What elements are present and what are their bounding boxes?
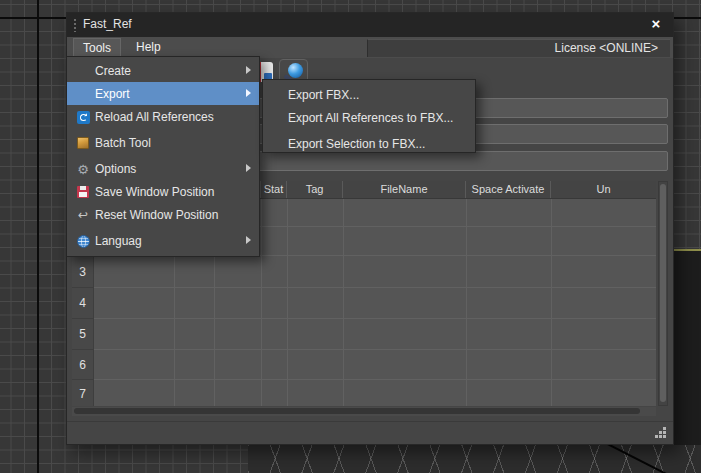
- status-divider: [67, 421, 673, 422]
- row-number[interactable]: 6: [72, 350, 93, 380]
- menu-item-label: Languag: [95, 234, 142, 248]
- grid-line: [551, 199, 552, 406]
- resize-grip[interactable]: [655, 427, 667, 439]
- grid-line: [94, 379, 656, 380]
- globe-icon: [76, 234, 90, 248]
- grid-line: [261, 199, 262, 406]
- menu-item-reload-all-references[interactable]: Reload All References: [67, 105, 259, 128]
- reload-icon: [76, 110, 90, 124]
- vertical-scrollbar-thumb[interactable]: [660, 184, 666, 402]
- menu-item-language[interactable]: Languag: [67, 229, 259, 252]
- menu-separator: [69, 155, 257, 156]
- grid-line: [466, 199, 467, 406]
- submenu-arrow-icon: [246, 66, 251, 74]
- viewport-perspective-grid: [248, 444, 701, 473]
- grid-line: [343, 199, 344, 406]
- magnifier-icon: [288, 63, 303, 78]
- grid-line: [94, 349, 656, 350]
- undo-arrow-icon: ↩: [76, 208, 90, 222]
- screen: Fast_Ref × Tools Help License <ONLINE> S…: [0, 0, 701, 473]
- column-header-filename[interactable]: FileName: [343, 181, 466, 198]
- export-submenu: Export FBX... Export All References to F…: [262, 79, 476, 153]
- column-header-space-activate[interactable]: Space Activate: [466, 181, 551, 198]
- license-status: License <ONLINE>: [367, 39, 670, 57]
- titlebar[interactable]: Fast_Ref ×: [67, 13, 673, 37]
- menu-item-export-fbx[interactable]: Export FBX...: [263, 83, 475, 106]
- menu-item-save-window-position[interactable]: Save Window Position: [67, 180, 259, 203]
- menu-item-batch-tool[interactable]: Batch Tool: [67, 131, 259, 154]
- row-number[interactable]: 4: [72, 288, 93, 319]
- menu-item-label: Reset Window Position: [95, 208, 218, 222]
- menu-item-export[interactable]: Export: [67, 82, 259, 105]
- floppy-disk-icon: [76, 185, 90, 199]
- menu-item-label: Export All References to FBX...: [288, 111, 453, 125]
- column-header-unload[interactable]: Un: [551, 181, 656, 198]
- menu-separator: [69, 129, 257, 130]
- menu-item-label: Export: [95, 87, 130, 101]
- horizontal-scrollbar-thumb[interactable]: [74, 408, 640, 414]
- horizontal-scrollbar[interactable]: [72, 407, 656, 416]
- menu-item-label: Export Selection to FBX...: [288, 137, 425, 151]
- menu-item-label: Save Window Position: [95, 185, 214, 199]
- menu-item-label: Options: [95, 162, 136, 176]
- titlebar-grip-icon: [73, 18, 77, 32]
- row-number[interactable]: 5: [72, 319, 93, 350]
- menu-item-label: Export FBX...: [288, 88, 359, 102]
- menu-separator: [265, 130, 473, 131]
- menu-item-create[interactable]: Create: [67, 59, 259, 82]
- menu-separator: [69, 227, 257, 228]
- submenu-arrow-icon: [246, 164, 251, 172]
- vertical-scrollbar[interactable]: [658, 181, 668, 406]
- column-header-stat[interactable]: Stat: [261, 181, 287, 198]
- menu-item-reset-window-position[interactable]: ↩ Reset Window Position: [67, 203, 259, 226]
- window-title: Fast_Ref: [83, 17, 132, 31]
- menu-item-label: Create: [95, 64, 131, 78]
- menu-item-label: Reload All References: [95, 110, 214, 124]
- grid-line: [94, 287, 656, 288]
- menu-item-export-selection-to-fbx[interactable]: Export Selection to FBX...: [263, 132, 475, 155]
- grid-line: [94, 318, 656, 319]
- menubar-tools[interactable]: Tools: [73, 38, 121, 57]
- column-header-tag[interactable]: Tag: [287, 181, 343, 198]
- viewport-right-panel: [674, 249, 701, 445]
- grid-line: [287, 199, 288, 406]
- menu-item-options[interactable]: ⚙ Options: [67, 157, 259, 180]
- submenu-arrow-icon: [246, 236, 251, 244]
- tools-menu: Create Export Reload All References Batc…: [66, 56, 260, 257]
- menubar-help[interactable]: Help: [127, 38, 170, 57]
- close-icon[interactable]: ×: [647, 15, 665, 33]
- menubar: Tools Help License <ONLINE>: [67, 37, 673, 58]
- viewport-axis-vertical: [37, 0, 39, 473]
- menu-item-label: Batch Tool: [95, 136, 151, 150]
- package-cube-icon: [76, 136, 90, 150]
- menu-item-export-all-references-to-fbx[interactable]: Export All References to FBX...: [263, 106, 475, 129]
- row-number[interactable]: 3: [72, 256, 93, 288]
- submenu-arrow-icon: [246, 89, 251, 97]
- gear-icon: ⚙: [76, 162, 90, 176]
- row-number[interactable]: 7: [72, 380, 93, 406]
